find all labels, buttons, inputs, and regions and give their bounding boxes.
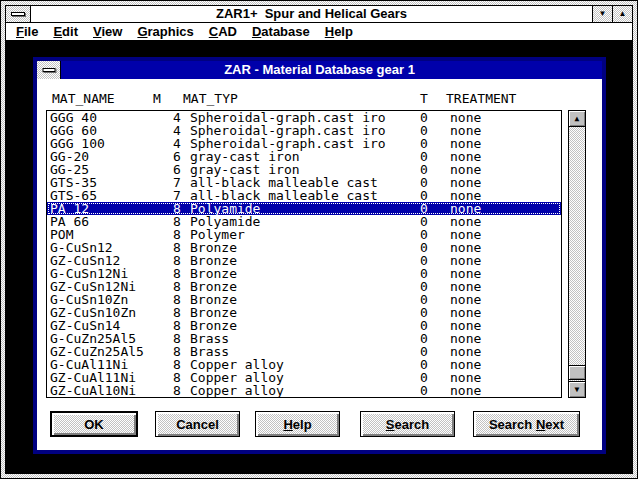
- menu-item-mnemonic: D: [252, 24, 261, 39]
- list-item[interactable]: PA 668Polyamide0none: [47, 215, 561, 228]
- menu-item-mnemonic: H: [325, 24, 334, 39]
- menu-item-mnemonic: G: [137, 24, 147, 39]
- list-item[interactable]: G-CuSn128Bronze0none: [47, 241, 561, 254]
- menu-item-label: elp: [334, 24, 353, 39]
- app-title: ZAR1+ Spur and Helical Gears: [31, 6, 592, 22]
- button-label: Search: [489, 417, 536, 432]
- scroll-down-button[interactable]: ▼: [569, 381, 585, 397]
- material-database-dialog: ZAR - Material Database gear 1 MAT_NAME …: [33, 57, 606, 454]
- list-item[interactable]: PA 128Polyamide0none: [47, 202, 561, 215]
- maximize-button[interactable]: ▲: [612, 6, 632, 22]
- menu-item-mnemonic: F: [16, 24, 24, 39]
- button-label: Cancel: [176, 417, 219, 432]
- column-header-treatment: TREATMENT: [446, 92, 516, 105]
- button-label: earch: [394, 417, 429, 432]
- search-button[interactable]: Search: [360, 411, 455, 437]
- control-menu-button[interactable]: [6, 6, 31, 22]
- search-next-button[interactable]: Search Next: [473, 411, 580, 437]
- button-label: H: [283, 417, 292, 432]
- menu-item-database[interactable]: Database: [252, 23, 310, 40]
- menu-item-graphics[interactable]: Graphics: [137, 23, 193, 40]
- cell-t: 0: [420, 384, 428, 397]
- materials-list[interactable]: GGG 404Spheroidal-graph.cast iro0noneGGG…: [46, 110, 562, 398]
- menu-item-view[interactable]: View: [93, 23, 122, 40]
- button-label: elp: [293, 417, 312, 432]
- control-menu-icon: [11, 12, 25, 16]
- menu-item-cad[interactable]: CAD: [209, 23, 237, 40]
- cell-treatment: none: [450, 384, 481, 397]
- dialog-titlebar: ZAR - Material Database gear 1: [37, 61, 602, 79]
- column-header-mat-name: MAT_NAME: [52, 92, 115, 105]
- maximize-icon: ▲: [619, 9, 627, 18]
- menu-item-label: AD: [218, 24, 237, 39]
- scroll-down-icon: ▼: [575, 385, 580, 394]
- ok-button[interactable]: OK: [50, 411, 138, 437]
- menu-item-label: iew: [101, 24, 122, 39]
- menu-item-mnemonic: E: [53, 24, 62, 39]
- button-label: N: [536, 417, 545, 432]
- scroll-up-icon: ▲: [575, 114, 580, 123]
- minimize-icon: ▼: [599, 9, 607, 18]
- menu-item-label: raphics: [148, 24, 194, 39]
- column-header-m: M: [153, 92, 161, 105]
- list-item[interactable]: POM8Polymer0none: [47, 228, 561, 241]
- column-header-t: T: [420, 92, 428, 105]
- list-item[interactable]: GG-206gray-cast iron0none: [47, 150, 561, 163]
- list-scrollbar[interactable]: ▲ ▼: [568, 110, 586, 398]
- menu-item-mnemonic: C: [209, 24, 218, 39]
- cell-m: 8: [173, 384, 181, 397]
- column-header-mat-typ: MAT_TYP: [183, 92, 238, 105]
- button-label: OK: [84, 417, 104, 432]
- dialog-title: ZAR - Material Database gear 1: [37, 61, 602, 79]
- cancel-button[interactable]: Cancel: [155, 411, 240, 437]
- menu-item-edit[interactable]: Edit: [53, 23, 78, 40]
- scroll-up-button[interactable]: ▲: [569, 111, 585, 127]
- list-item[interactable]: GZ-CuAl10Ni8Copper alloy0none: [47, 384, 561, 397]
- menu-item-label: ile: [24, 24, 38, 39]
- cell-typ: Copper alloy: [190, 384, 284, 397]
- menu-item-label: atabase: [261, 24, 309, 39]
- list-item[interactable]: GZ-CuSn10Zn8Bronze0none: [47, 306, 561, 319]
- help-button[interactable]: Help: [255, 411, 340, 437]
- cell-name: GZ-CuAl10Ni: [50, 384, 136, 397]
- app-titlebar: ZAR1+ Spur and Helical Gears ▼ ▲: [6, 6, 632, 23]
- menubar: FileEditViewGraphicsCADDatabaseHelp: [6, 23, 632, 42]
- minimize-button[interactable]: ▼: [592, 6, 612, 22]
- button-label: ext: [545, 417, 564, 432]
- scrollbar-thumb[interactable]: [569, 365, 585, 380]
- menu-item-help[interactable]: Help: [325, 23, 353, 40]
- list-item[interactable]: GTS-657all-black malleable cast0none: [47, 189, 561, 202]
- menu-item-file[interactable]: File: [16, 23, 38, 40]
- list-item[interactable]: GGG 1004Spheroidal-graph.cast iro0none: [47, 137, 561, 150]
- menu-item-label: dit: [62, 24, 78, 39]
